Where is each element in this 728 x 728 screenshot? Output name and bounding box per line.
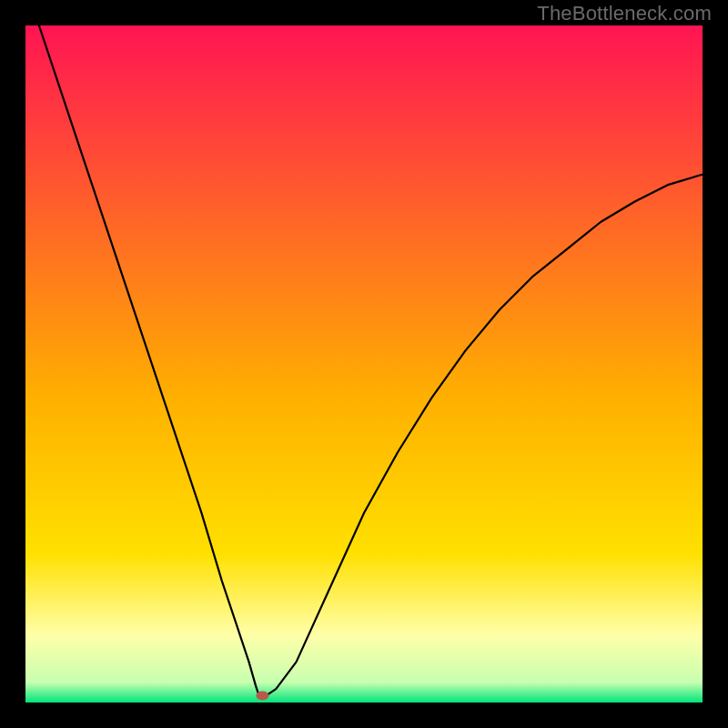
chart-frame: TheBottleneck.com <box>0 0 728 728</box>
chart-plot-area <box>25 25 703 703</box>
watermark-text: TheBottleneck.com <box>537 2 712 25</box>
optimal-point-marker <box>256 692 268 701</box>
chart-svg <box>25 25 703 703</box>
gradient-background <box>25 25 703 703</box>
